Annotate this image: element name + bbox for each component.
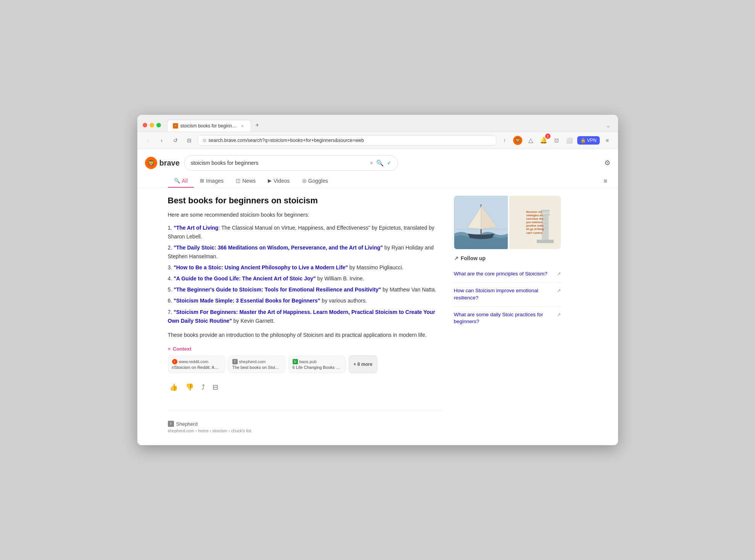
url-text: search.brave.com/search?q=stoicism+books…	[209, 138, 491, 143]
book-link-4[interactable]: "A Guide to the Good Life: The Ancient A…	[174, 275, 316, 282]
reddit-snippet: r/Stoicism on Reddit: Any ...	[172, 365, 221, 370]
result-path: shepherd.com › home › stoicism › chuck's…	[168, 428, 443, 433]
context-lines-icon: ≡	[168, 346, 171, 352]
tab-videos-icon: ▶	[268, 178, 272, 183]
brave-logo-icon: 🦁	[145, 157, 157, 169]
url-bar[interactable]: ⊙ search.brave.com/search?q=stoicism+boo…	[198, 135, 496, 146]
tab-all-icon: 🔍	[174, 178, 180, 183]
tab-dropdown-button[interactable]: ⌵	[604, 119, 613, 132]
list-item: 5. "The Beginner's Guide to Stoicism: To…	[168, 285, 443, 294]
source-domain-reddit: r www.reddit.com	[172, 359, 221, 364]
sailboat-image	[454, 196, 508, 249]
thumbs-up-button[interactable]: 👍	[168, 381, 179, 393]
wallet-button[interactable]: ⬜	[564, 135, 575, 146]
url-icon: ⊙	[203, 138, 206, 143]
shepherd-favicon: f	[232, 359, 238, 364]
book-link-5[interactable]: "The Beginner's Guide to Stoicism: Tools…	[174, 286, 381, 293]
book-link-2[interactable]: "The Daily Stoic: 366 Meditations on Wis…	[174, 245, 383, 251]
search-check-button[interactable]: ✓	[387, 160, 391, 166]
book-link-1[interactable]: "The Art of Living	[174, 225, 218, 231]
source-card-reddit[interactable]: r www.reddit.com r/Stoicism on Reddit: A…	[168, 356, 225, 373]
context-sources: r www.reddit.com r/Stoicism on Reddit: A…	[168, 356, 443, 373]
vpn-button[interactable]: 🔒 VPN	[577, 136, 600, 145]
right-content: Discover stostrategies anexercises thayo…	[454, 196, 561, 438]
fullscreen-traffic-light[interactable]	[156, 123, 161, 127]
book-link-3[interactable]: "How to Be a Stoic: Using Ancient Philos…	[174, 264, 348, 270]
tab-images-icon: ⊞	[200, 178, 204, 183]
source-card-shepherd[interactable]: f shepherd.com The best books on Stoicis…	[228, 356, 285, 373]
followup-item-2[interactable]: How can Stoicism improve emotional resil…	[454, 283, 561, 307]
source-card-baos[interactable]: b baos.pub 6 Life Changing Books on ...	[288, 356, 346, 373]
main-content: Best books for beginners on stoicism Her…	[137, 188, 618, 445]
followup-arrow-icon: ↗	[454, 255, 459, 261]
context-text: Context	[173, 346, 191, 352]
tabs-bar: 🦁 stoicism books for beginners × + ⌵	[167, 119, 613, 132]
tab-videos[interactable]: ▶ Videos	[262, 175, 296, 188]
list-item: 7. "Stoicism For Beginners: Master the A…	[168, 308, 443, 325]
followup-link-1[interactable]: What are the core principles of Stoicism…	[454, 270, 554, 278]
bookmark-button[interactable]: ⊟	[184, 135, 195, 146]
followup-link-3[interactable]: What are some daily Stoic practices for …	[454, 311, 554, 326]
traffic-lights	[143, 123, 161, 127]
svg-rect-5	[537, 240, 554, 243]
shepherd-result-favicon: f	[168, 421, 174, 427]
search-query-text: stoicism books for beginners	[191, 160, 367, 166]
back-button[interactable]: ‹	[143, 135, 153, 146]
followup-link-2[interactable]: How can Stoicism improve emotional resil…	[454, 287, 554, 302]
settings-gear-button[interactable]: ⚙	[604, 159, 610, 167]
minimize-traffic-light[interactable]	[150, 123, 154, 127]
book-image: Discover stostrategies anexercises thayo…	[509, 196, 560, 249]
followup-section: ↗ Follow up What are the core principles…	[454, 255, 561, 330]
baos-domain: baos.pub	[299, 359, 317, 364]
tab-close-button[interactable]: ×	[240, 123, 245, 129]
menu-button[interactable]: ≡	[602, 135, 613, 146]
new-tab-button[interactable]: +	[252, 119, 263, 132]
followup-arrow-3: ↗	[557, 312, 561, 317]
baos-favicon: b	[293, 359, 298, 364]
rewards-button[interactable]: △	[525, 135, 536, 146]
tab-title: stoicism books for beginners	[180, 123, 238, 129]
tab-goggles[interactable]: ◎ Goggles	[296, 175, 334, 188]
list-item: 4. "A Guide to the Good Life: The Ancien…	[168, 274, 443, 283]
thumbs-down-button[interactable]: 👎	[184, 381, 195, 393]
shepherd-snippet: The best books on Stoicis...	[232, 365, 281, 370]
tab-news[interactable]: ◫ News	[230, 175, 262, 188]
search-box[interactable]: stoicism books for beginners × 🔍 ✓	[184, 155, 398, 171]
bottom-result-card: f Shepherd shepherd.com › home › stoicis…	[168, 416, 443, 438]
sidebar-button[interactable]: ⊡	[551, 135, 562, 146]
content-area: 🦁 brave stoicism books for beginners × 🔍…	[137, 149, 618, 445]
baos-snippet: 6 Life Changing Books on ...	[293, 365, 341, 370]
followup-item-3[interactable]: What are some daily Stoic practices for …	[454, 307, 561, 330]
active-tab[interactable]: 🦁 stoicism books for beginners ×	[167, 120, 251, 132]
book-link-6[interactable]: "Stoicism Made Simple: 3 Essential Books…	[174, 298, 320, 304]
search-section: 🦁 brave stoicism books for beginners × 🔍…	[137, 149, 618, 171]
book-link-7[interactable]: "Stoicism For Beginners: Master the Art …	[168, 309, 435, 324]
copy-answer-button[interactable]: ⊟	[211, 381, 220, 393]
followup-arrow-1: ↗	[557, 271, 561, 277]
ai-answer-title: Best books for beginners on stoicism	[168, 196, 443, 206]
result-site-name: Shepherd	[176, 421, 198, 427]
reddit-favicon: r	[172, 359, 177, 364]
close-traffic-light[interactable]	[143, 123, 147, 127]
source-domain-baos: b baos.pub	[293, 359, 341, 364]
notifications-button[interactable]: 🔔 1	[538, 135, 549, 146]
followup-item-1[interactable]: What are the core principles of Stoicism…	[454, 266, 561, 283]
ai-books-list: 1. "The Art of Living: The Classical Man…	[168, 224, 443, 325]
brave-shield-button[interactable]: 🦁	[512, 135, 523, 146]
filter-button[interactable]: ≡	[600, 175, 610, 188]
share-answer-button[interactable]: ⤴	[200, 382, 206, 393]
search-icon-button[interactable]: 🔍	[376, 159, 384, 167]
ai-answer-intro: Here are some recommended stoicism books…	[168, 211, 443, 219]
tab-images[interactable]: ⊞ Images	[194, 175, 230, 188]
more-sources-button[interactable]: + 8 more	[349, 356, 378, 373]
share-button[interactable]: ↑	[499, 135, 510, 146]
forward-button[interactable]: ›	[156, 135, 167, 146]
tab-news-label: News	[242, 178, 256, 184]
tab-all[interactable]: 🔍 All	[168, 175, 194, 188]
action-bar: 👍 👎 ⤴ ⊟	[168, 378, 443, 396]
book-cover-text: Discover stostrategies anexercises thayo…	[526, 210, 544, 235]
search-clear-button[interactable]: ×	[370, 160, 373, 166]
tab-news-icon: ◫	[236, 178, 240, 183]
followup-header: ↗ Follow up	[454, 255, 561, 261]
refresh-button[interactable]: ↺	[170, 135, 181, 146]
